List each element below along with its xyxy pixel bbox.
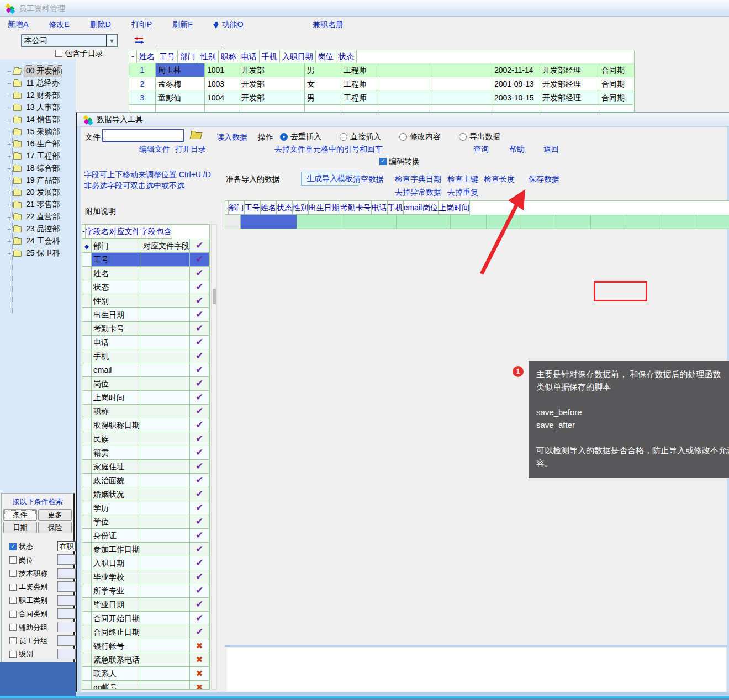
column-header[interactable]: 性别 xyxy=(198,50,219,63)
help-button[interactable]: 帮助 xyxy=(509,145,525,155)
field-row[interactable]: ◆ 籍贯 ✔ ✖ xyxy=(82,446,209,460)
field-row[interactable]: ◆ 民族 ✔ ✖ xyxy=(82,432,209,446)
grid-empty-row[interactable] xyxy=(225,215,729,229)
condition-value-box[interactable] xyxy=(57,554,76,565)
field-row[interactable]: ◆ 取得职称日期 ✔ ✖ xyxy=(82,418,209,432)
tree-item[interactable]: 17 工程部 xyxy=(0,150,76,162)
condition-checkbox[interactable] xyxy=(9,624,17,631)
field-row[interactable]: ◆ 联系人 ✔ ✖ xyxy=(82,667,209,681)
column-header[interactable]: 岗位 xyxy=(316,50,336,63)
column-header[interactable]: 部门 xyxy=(178,50,198,63)
included-check-icon[interactable]: ✔ xyxy=(196,447,203,458)
toolbar-item[interactable]: 修改E xyxy=(49,20,69,30)
tree-item[interactable]: 20 发展部 xyxy=(0,187,76,199)
field-row[interactable]: ◆ 性别 ✔ ✖ xyxy=(82,294,209,308)
chevron-down-icon[interactable]: ▼ xyxy=(107,38,117,44)
company-select[interactable]: 本公司 ▼ xyxy=(21,34,118,47)
included-check-icon[interactable]: ✔ xyxy=(196,516,203,527)
included-check-icon[interactable]: ✔ xyxy=(196,392,203,402)
condition-value-box[interactable] xyxy=(57,622,76,632)
field-table-vscrollbar[interactable] xyxy=(211,224,217,690)
field-row[interactable]: ◆ qq帐号 ✔ ✖ xyxy=(82,681,209,690)
field-row[interactable]: ◆ 参加工作日期 ✔ ✖ xyxy=(82,543,209,556)
excluded-cross-icon[interactable]: ✖ xyxy=(196,641,203,650)
column-header[interactable]: 部门 xyxy=(229,201,245,215)
column-header[interactable]: email xyxy=(404,201,422,215)
tree-item[interactable]: 25 保卫科 xyxy=(0,247,76,259)
field-row[interactable]: ◆ 部门 对应文件字段 ✔ ✖ xyxy=(82,239,209,253)
column-header[interactable]: 职称 xyxy=(219,50,239,63)
toolbar-item[interactable]: 功能O xyxy=(213,20,244,30)
column-header[interactable]: 姓名 xyxy=(137,50,157,63)
included-check-icon[interactable]: ✔ xyxy=(196,627,203,637)
toolbar-item[interactable]: 刷新F xyxy=(172,20,193,30)
column-header[interactable]: 工号 xyxy=(245,201,261,215)
column-header[interactable]: 入职日期 xyxy=(280,50,316,63)
field-row[interactable]: ◆ 考勤卡号 ✔ ✖ xyxy=(82,322,209,336)
included-check-icon[interactable]: ✔ xyxy=(196,571,203,582)
included-check-icon[interactable]: ✔ xyxy=(196,351,203,361)
field-row[interactable]: ◆ 电话 ✔ ✖ xyxy=(82,336,209,349)
field-row[interactable]: ◆ 婚姻状况 ✔ ✖ xyxy=(82,487,209,501)
field-row[interactable]: ◆ email ✔ ✖ xyxy=(82,363,209,377)
field-row[interactable]: ◆ 入职日期 ✔ ✖ xyxy=(82,556,209,570)
field-row[interactable]: ◆ 岗位 ✔ ✖ xyxy=(82,377,209,391)
column-header[interactable]: 性别 xyxy=(293,201,309,215)
table-row[interactable] xyxy=(129,105,634,112)
included-check-icon[interactable]: ✔ xyxy=(196,282,203,292)
radio-option[interactable]: 直接插入 xyxy=(340,132,381,142)
column-header[interactable]: 岗位 xyxy=(422,201,439,215)
included-check-icon[interactable]: ✔ xyxy=(196,530,203,540)
column-header[interactable]: 出生日期 xyxy=(309,201,340,215)
excluded-cross-icon[interactable]: ✖ xyxy=(196,682,203,690)
column-header[interactable]: - xyxy=(129,50,137,63)
included-check-icon[interactable]: ✔ xyxy=(196,461,203,471)
part-time-roster-link[interactable]: 兼职名册 xyxy=(313,20,344,30)
tree-item[interactable]: 21 零售部 xyxy=(0,199,76,211)
column-header[interactable]: 上岗时间 xyxy=(439,201,470,215)
radio-icon[interactable] xyxy=(340,133,347,141)
open-directory-button[interactable]: 打开目录 xyxy=(175,145,206,155)
included-check-icon[interactable]: ✔ xyxy=(196,240,203,251)
checkbox-icon[interactable] xyxy=(55,50,62,57)
radio-icon[interactable] xyxy=(399,133,407,141)
included-check-icon[interactable]: ✔ xyxy=(196,378,203,389)
column-header[interactable]: 状态 xyxy=(277,201,293,215)
filter-tab[interactable]: 条件 xyxy=(3,509,37,521)
radio-option[interactable]: 去重插入 xyxy=(280,132,321,142)
column-header[interactable]: 手机 xyxy=(388,201,404,215)
tree-item[interactable]: 24 工会科 xyxy=(0,235,76,247)
included-check-icon[interactable]: ✔ xyxy=(196,599,203,609)
condition-checkbox[interactable] xyxy=(9,611,17,618)
condition-value-box[interactable] xyxy=(57,649,76,659)
included-check-icon[interactable]: ✔ xyxy=(196,295,203,306)
scrollbar-thumb[interactable] xyxy=(213,289,216,304)
tree-item[interactable]: 23 品控部 xyxy=(0,223,76,235)
column-header[interactable]: 字段名 xyxy=(86,225,109,239)
field-row[interactable]: ◆ 银行帐号 ✔ ✖ xyxy=(82,639,209,653)
field-row[interactable]: ◆ 上岗时间 ✔ ✖ xyxy=(82,391,209,405)
field-row[interactable]: ◆ 出生日期 ✔ ✖ xyxy=(82,308,209,322)
edit-file-button[interactable]: 编辑文件 xyxy=(139,145,170,155)
included-check-icon[interactable]: ✔ xyxy=(196,309,203,320)
column-header[interactable]: 工号 xyxy=(157,50,178,63)
filter-tab[interactable]: 日期 xyxy=(3,522,37,533)
included-check-icon[interactable]: ✔ xyxy=(196,337,203,347)
field-row[interactable]: ◆ 姓名 ✔ ✖ xyxy=(82,267,209,280)
tree-item[interactable]: 14 销售部 xyxy=(0,114,76,126)
table-row[interactable]: 2 孟冬梅 1003 开发部 女 工程师 2001-09-13 开发部经理 合同… xyxy=(129,77,634,91)
column-header[interactable]: 考勤卡号 xyxy=(340,201,372,215)
column-header[interactable]: 手机 xyxy=(260,50,280,63)
included-check-icon[interactable]: ✔ xyxy=(196,254,203,264)
include-subdir-checkbox[interactable]: 包含子目录 xyxy=(55,49,103,59)
included-check-icon[interactable]: ✔ xyxy=(196,489,203,499)
included-check-icon[interactable]: ✔ xyxy=(196,585,203,596)
column-header[interactable]: 包含 xyxy=(156,225,172,239)
action-button[interactable]: 保存数据 xyxy=(529,174,559,184)
condition-value-box[interactable] xyxy=(57,568,76,579)
read-data-button[interactable]: 读入数据 xyxy=(216,132,247,142)
strip-quotes-button[interactable]: 去掉文件单元格中的引号和回车 xyxy=(274,145,383,155)
table-row[interactable]: 3 童彭仙 1004 开发部 男 工程师 2003-10-15 开发部经理 合同… xyxy=(129,91,634,105)
toolbar-item[interactable]: 新增A xyxy=(8,20,28,30)
included-check-icon[interactable]: ✔ xyxy=(196,420,203,430)
